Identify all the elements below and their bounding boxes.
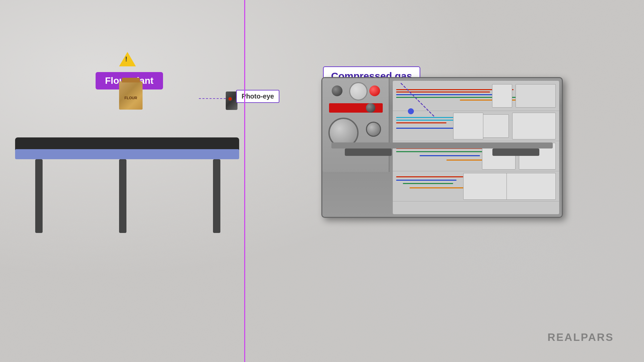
conveyor-leg-1 (35, 159, 43, 233)
gas-pointer-arrow (401, 83, 454, 125)
control-button-red (369, 85, 380, 96)
wire-green-3 (403, 183, 453, 184)
din-module-1 (516, 84, 556, 108)
conveyor-support (15, 149, 239, 159)
stand-body (331, 142, 553, 148)
din-module-4 (482, 114, 509, 138)
wire-red-5 (396, 176, 463, 177)
flour-bag: FLOUR (119, 81, 143, 111)
din-module-5 (453, 113, 483, 139)
sensor-lens (228, 97, 232, 101)
din-module-2 (492, 84, 512, 108)
sensor-body (226, 92, 237, 110)
photo-eye-line (199, 98, 226, 99)
control-panel (322, 78, 389, 172)
conveyor-leg-3 (213, 159, 220, 233)
control-small-knob (366, 122, 381, 137)
control-button-dark (332, 85, 342, 96)
cabinet-stand (325, 142, 559, 156)
arrow-svg (401, 83, 454, 123)
bag-body: FLOUR (119, 81, 143, 110)
terminal-block-mid (463, 173, 507, 200)
right-panel: Compressed gas (244, 0, 644, 362)
arrow-line (401, 83, 434, 117)
vertical-divider (244, 0, 245, 362)
stand-foot-left (345, 148, 392, 156)
bag-top (122, 78, 140, 82)
realpars-watermark: REALPARS (547, 331, 614, 344)
din-module-3 (512, 113, 556, 139)
left-panel: Flour plant FLOUR Photo-eye (0, 0, 244, 362)
control-gauge (349, 82, 368, 101)
control-button-mid (366, 103, 375, 113)
wire-blue-4 (396, 180, 457, 181)
stand-foot-right (492, 148, 539, 156)
conveyor-leg-2 (119, 159, 126, 233)
warning-triangle (119, 52, 136, 66)
bag-text: FLOUR (124, 96, 137, 100)
wire-row-4 (393, 171, 559, 201)
photo-eye-sensor (226, 92, 237, 110)
warning-icon (119, 52, 136, 67)
